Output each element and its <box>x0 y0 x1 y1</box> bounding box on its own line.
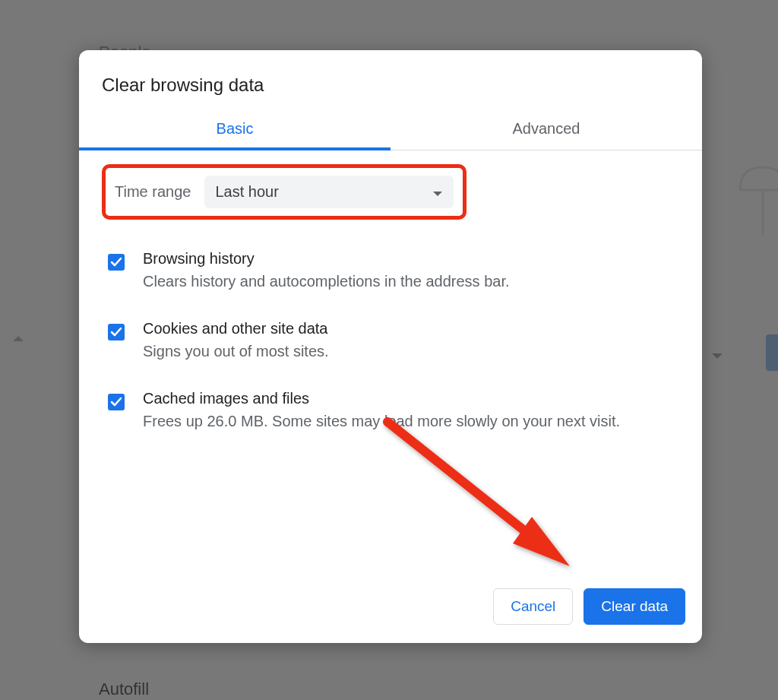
option-title: Cached images and files <box>143 390 679 407</box>
check-icon <box>110 257 122 268</box>
checkbox-cookies[interactable] <box>108 324 125 340</box>
tab-advanced[interactable]: Advanced <box>391 109 702 150</box>
option-browsing-history: Browsing history Clears history and auto… <box>102 241 679 311</box>
checkbox-browsing-history[interactable] <box>108 254 125 271</box>
time-range-select[interactable]: Last hour <box>204 176 454 208</box>
option-cached: Cached images and files Frees up 26.0 MB… <box>102 381 679 451</box>
check-icon <box>110 327 122 337</box>
annotation-highlight-box: Time range Last hour <box>102 164 466 220</box>
time-range-label: Time range <box>115 183 191 201</box>
clear-browsing-data-dialog: Clear browsing data Basic Advanced Time … <box>79 50 702 643</box>
option-cookies: Cookies and other site data Signs you ou… <box>102 311 679 381</box>
clear-data-button[interactable]: Clear data <box>584 588 685 625</box>
option-desc: Signs you out of most sites. <box>143 340 679 363</box>
tabs: Basic Advanced <box>79 109 702 150</box>
option-title: Browsing history <box>143 250 679 268</box>
check-icon <box>110 397 122 407</box>
time-range-value: Last hour <box>215 183 278 201</box>
dialog-footer: Cancel Clear data <box>79 588 702 643</box>
bg-section-autofill: Autofill <box>99 679 149 699</box>
option-desc: Frees up 26.0 MB. Some sites may load mo… <box>143 410 679 432</box>
option-desc: Clears history and autocompletions in th… <box>143 271 679 293</box>
cancel-button[interactable]: Cancel <box>493 588 573 625</box>
dialog-content: Time range Last hour Browsing history Cl… <box>79 150 702 588</box>
option-title: Cookies and other site data <box>143 320 679 337</box>
checkbox-cached[interactable] <box>108 394 125 410</box>
tab-basic[interactable]: Basic <box>79 109 391 150</box>
caret-down-icon <box>432 183 443 201</box>
dialog-title: Clear browsing data <box>79 50 702 109</box>
